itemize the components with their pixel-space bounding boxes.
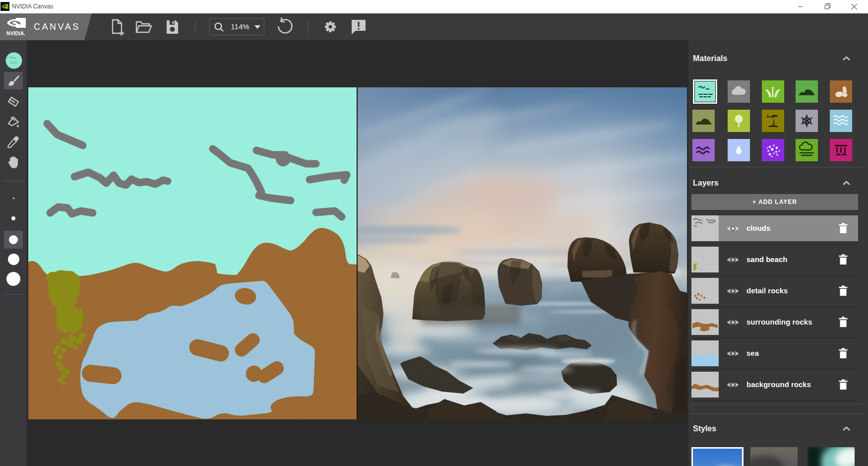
svg-text:NVIDIA.: NVIDIA.: [6, 31, 25, 36]
